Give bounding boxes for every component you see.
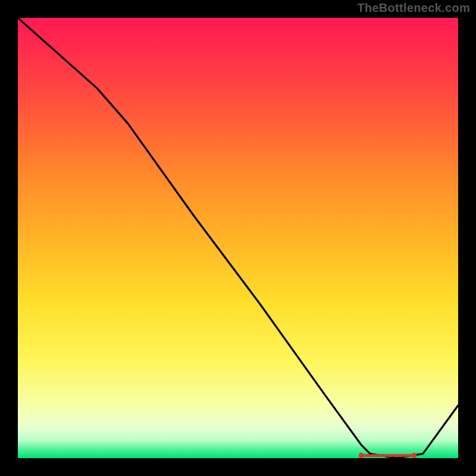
curve-line bbox=[18, 18, 458, 458]
svg-point-2 bbox=[412, 453, 417, 458]
plot-svg bbox=[18, 18, 458, 458]
chart-frame: TheBottleneck.com bbox=[0, 0, 476, 476]
svg-point-1 bbox=[359, 453, 364, 458]
watermark-text: TheBottleneck.com bbox=[357, 1, 470, 15]
plot-area bbox=[18, 18, 458, 458]
